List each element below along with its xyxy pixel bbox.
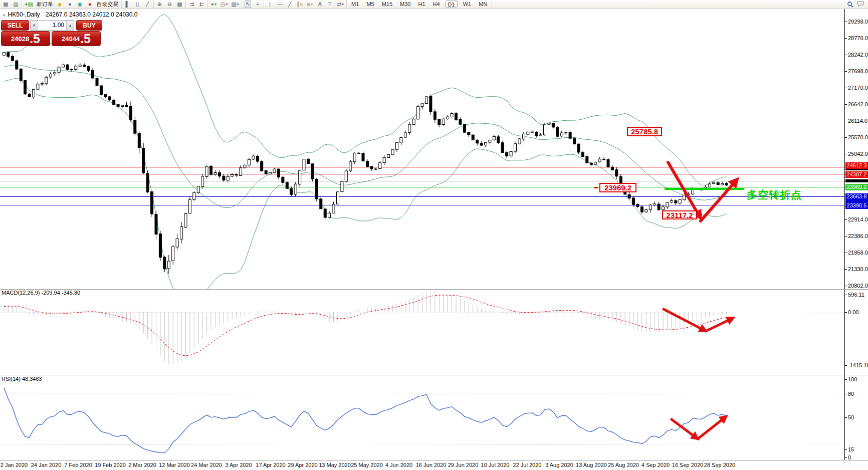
tile-windows-icon[interactable]: ▦	[176, 1, 183, 8]
date-axis-label: 13 May 2020	[319, 462, 351, 468]
price-axis-label: 28770.0	[848, 35, 868, 41]
crosshair-icon[interactable]: +	[255, 1, 261, 8]
zoom-out-icon[interactable]: ⊖	[166, 1, 173, 8]
date-axis-label: 16 Sep 2020	[672, 462, 703, 468]
timeframe-button-D1[interactable]: D1	[446, 1, 458, 8]
sell-price-frac: .5	[30, 32, 40, 45]
timeframe-button-W1[interactable]: W1	[461, 1, 474, 8]
auto-scroll-icon[interactable]: ⇉	[188, 1, 195, 8]
chart-window-icon[interactable]: ▦	[3, 1, 9, 8]
date-axis-label: 4 Sep 2020	[641, 462, 670, 468]
timeframe-button-H4[interactable]: H4	[431, 1, 442, 8]
price-axis-label: 26114.0	[848, 118, 867, 124]
community-icon[interactable]: ●	[67, 1, 73, 8]
toolbar-group-chart-type: ▌ ▯ ╱	[122, 0, 154, 9]
swing-low-dash	[698, 214, 702, 215]
annotation-swing-high: 25785.8	[627, 127, 662, 136]
price-axis-label: 20802.0	[848, 283, 868, 289]
metaeditor-icon[interactable]: ◆	[57, 1, 63, 8]
date-axis-label: 3 Apr 2020	[225, 462, 252, 468]
date-axis-label: 10 Jul 2020	[481, 462, 510, 468]
ohlc-values: 24267.0 24363.0 24012.0 24030.0	[46, 11, 138, 18]
price-axis-label: 27698.0	[848, 68, 868, 74]
horizontal-line-icon[interactable]: —	[277, 1, 283, 8]
templates-icon[interactable]: ▧▾	[231, 1, 239, 8]
bar-chart-icon[interactable]: ▌	[124, 1, 131, 8]
date-axis-label: 28 Sep 2020	[704, 462, 735, 468]
price-tag: 23969.2	[845, 184, 868, 190]
toolbar-group-cursor: ↖ +	[242, 0, 264, 9]
arrows-icon[interactable]: ⇄▾	[337, 1, 344, 8]
price-tag: 24387.2	[845, 171, 868, 178]
price-axis-label: 28242.0	[848, 52, 868, 58]
price-axis-label: 29298.0	[848, 19, 868, 25]
chat-icon[interactable]	[857, 1, 864, 8]
date-axis-label: 25 Aug 2020	[608, 462, 639, 468]
text-icon[interactable]: A	[317, 1, 323, 8]
price-axis-label: 21330.0	[848, 266, 868, 272]
macd-label: MACD(12,26,9) -209.94 -345.80	[2, 290, 80, 296]
timeframe-button-H1[interactable]: H1	[416, 1, 427, 8]
new-order-button[interactable]: 新订单	[37, 1, 53, 8]
periods-icon[interactable]: ◷▾	[221, 1, 228, 8]
chart-title: ▪ HK50-,Daily 24267.0 24363.0 24012.0 24…	[3, 11, 137, 18]
sell-price-main: 24028	[11, 33, 29, 45]
vertical-line-icon[interactable]: |	[267, 1, 273, 8]
trendline-icon[interactable]: ╱	[287, 1, 293, 8]
label-icon[interactable]: T	[327, 1, 333, 8]
date-axis-label: 3 Aug 2020	[545, 462, 573, 468]
chart-canvas[interactable]	[0, 0, 868, 470]
indicators-icon[interactable]: +▾	[210, 1, 217, 8]
date-axis-label: 29 Jun 2020	[448, 462, 479, 468]
date-axis-label: 4 Jun 2020	[385, 462, 412, 468]
channel-icon[interactable]: ∥E	[297, 1, 303, 8]
rsi-label: RSI(14) 48.3463	[2, 376, 42, 382]
toolbar-group-scroll: ⇉ ⇇	[186, 0, 208, 9]
pivot-dash	[594, 187, 598, 188]
search-icon[interactable]	[847, 1, 853, 8]
macd-axis-label: 596.11	[848, 292, 864, 298]
rsi-axis-label: 15	[848, 446, 854, 452]
new-order-icon[interactable]: +▤	[25, 1, 33, 8]
sell-price-panel[interactable]: 24028 .5	[1, 31, 50, 46]
zoom-in-icon[interactable]: ⊕	[156, 1, 163, 8]
price-axis-label: 27170.0	[848, 85, 868, 91]
sell-button[interactable]: SELL	[1, 20, 29, 31]
main-toolbar: ▦ ▥ +▤ 新订单 ◆ ● ◉ ● 自动交易 ▌ ▯ ╱ ⊕ ⊖ ▦ ⇉ ⇇ …	[0, 0, 868, 9]
volume-stepper[interactable]: ▼ 1.00 ▲	[30, 20, 74, 31]
buy-button[interactable]: BUY	[76, 20, 102, 31]
autotrading-button[interactable]: 自动交易	[97, 1, 119, 8]
chart-shift-icon[interactable]: ⇇	[198, 1, 205, 8]
candlestick-chart-icon[interactable]: ▯	[134, 1, 141, 8]
toolbar-group-zoom: ⊕ ⊖ ▦	[154, 0, 186, 9]
macd-axis-label: -1415.19	[848, 362, 868, 368]
rsi-axis-label: 80	[848, 391, 854, 397]
fibonacci-icon[interactable]: ≡F	[307, 1, 313, 8]
price-axis-label: 22914.0	[848, 216, 868, 222]
volume-input[interactable]: 1.00	[38, 21, 66, 30]
date-axis-label: 13 Aug 2020	[576, 462, 607, 468]
price-tag: 24612.3	[845, 162, 868, 169]
buy-price-main: 24044	[62, 33, 80, 45]
timeframe-button-MN[interactable]: MN	[477, 1, 489, 8]
macd-axis-label: 0.00	[848, 309, 858, 315]
cursor-icon[interactable]: ↖	[245, 1, 251, 8]
price-axis-label: 21858.0	[848, 250, 868, 256]
price-axis-label: 25042.0	[848, 151, 868, 157]
toolbar-group-objects: | — ╱ ∥E ≡F A T ⇄▾	[264, 0, 347, 9]
volume-decrease-button[interactable]: ▼	[31, 21, 38, 30]
buy-price-panel[interactable]: 24044 .5	[52, 31, 101, 46]
volume-increase-button[interactable]: ▲	[66, 21, 74, 30]
print-preview-icon[interactable]: ▥	[13, 1, 19, 8]
timeframe-button-M5[interactable]: M5	[364, 1, 376, 8]
line-chart-icon[interactable]: ╱	[144, 1, 151, 8]
date-axis-label: 24 Mar 2020	[191, 462, 222, 468]
timeframe-button-M1[interactable]: M1	[349, 1, 361, 8]
date-axis-label: 19 Feb 2020	[95, 462, 126, 468]
timeframe-button-M15[interactable]: M15	[380, 1, 394, 8]
timeframe-button-M30[interactable]: M30	[398, 1, 412, 8]
autotrading-icon[interactable]: ●	[87, 1, 93, 8]
signals-icon[interactable]: ◉	[77, 1, 83, 8]
toolbar-group-indicators: +▾ ◷▾ ▧▾	[208, 0, 242, 9]
date-axis-label: 2 Jan 2020	[1, 462, 28, 468]
